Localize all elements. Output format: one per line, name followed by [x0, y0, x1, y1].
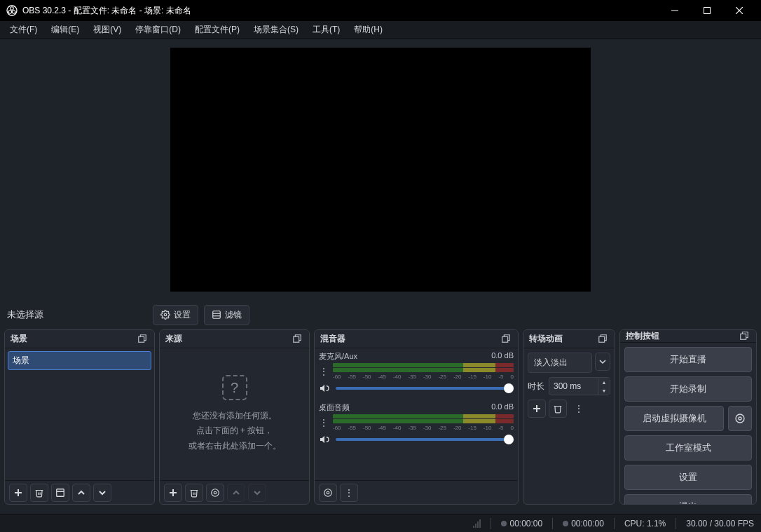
virtual-cam-button[interactable]: 启动虚拟摄像机	[624, 406, 724, 431]
question-icon: ?	[222, 375, 247, 400]
mixer-channel-mic: 麦克风/Aux 0.0 dB ⋮ -60-55-50-45-40-35-30-2…	[315, 348, 518, 400]
mixer-dock: 混音器 麦克风/Aux 0.0 dB ⋮	[314, 329, 519, 505]
desktop-volume-slider[interactable]	[336, 438, 514, 441]
scene-filter-button[interactable]	[51, 484, 69, 502]
source-down-button[interactable]	[248, 484, 266, 502]
sources-title: 来源	[165, 333, 292, 345]
source-up-button[interactable]	[227, 484, 245, 502]
mixer-menu-button[interactable]: ⋮	[340, 484, 358, 502]
spin-down-icon[interactable]: ▼	[598, 386, 610, 395]
mic-menu-icon[interactable]: ⋮	[319, 367, 329, 376]
desktop-menu-icon[interactable]: ⋮	[319, 418, 329, 428]
add-source-button[interactable]	[164, 484, 182, 502]
controls-title: 控制按钮	[626, 330, 739, 342]
duration-spinbox[interactable]: ▲▼	[549, 377, 610, 395]
svg-rect-12	[139, 336, 144, 342]
menu-bar: 文件(F) 编辑(E) 视图(V) 停靠窗口(D) 配置文件(P) 场景集合(S…	[0, 21, 761, 39]
svg-point-23	[327, 491, 329, 494]
mic-label: 麦克风/Aux	[319, 351, 357, 362]
svg-rect-5	[704, 8, 711, 14]
transition-menu-button[interactable]: ⋮	[570, 400, 588, 418]
sources-dock: 来源 ? 您还没有添加任何源。 点击下面的 + 按钮， 或者右击此处添加一个。	[159, 329, 310, 505]
menu-edit[interactable]: 编辑(E)	[44, 22, 86, 38]
studio-mode-button[interactable]: 工作室模式	[624, 435, 752, 461]
menu-scene-collection[interactable]: 场景集合(S)	[247, 22, 306, 38]
source-filters-button[interactable]: 滤镜	[204, 305, 249, 325]
mic-scale: -60-55-50-45-40-35-30-25-20-15-10-50	[333, 374, 514, 380]
popout-icon[interactable]	[598, 334, 609, 345]
menu-help[interactable]: 帮助(H)	[347, 22, 390, 38]
preview-canvas[interactable]	[170, 48, 591, 292]
svg-point-30	[736, 414, 744, 423]
desktop-db: 0.0 dB	[491, 402, 514, 413]
scene-down-button[interactable]	[93, 484, 111, 502]
transitions-title: 转场动画	[529, 333, 598, 345]
scenes-dock: 场景 场景	[4, 329, 155, 505]
exit-button[interactable]: 退出	[624, 494, 752, 505]
network-icon	[473, 519, 481, 528]
menu-dock[interactable]: 停靠窗口(D)	[128, 22, 188, 38]
svg-point-8	[164, 313, 167, 316]
popout-icon[interactable]	[137, 334, 149, 345]
remove-scene-button[interactable]	[30, 484, 48, 502]
mic-db: 0.0 dB	[491, 351, 514, 362]
duration-input[interactable]	[549, 377, 598, 395]
add-scene-button[interactable]	[9, 484, 27, 502]
docks-container: 场景 场景 来源 ? 您还没有添加任何源。 点击下面的 + 按钮， 或者右击此处…	[0, 329, 761, 505]
svg-rect-22	[502, 336, 508, 342]
spin-up-icon[interactable]: ▲	[598, 378, 610, 386]
popout-icon[interactable]	[292, 334, 303, 345]
sources-empty-line3: 或者右击此处添加一个。	[188, 439, 281, 454]
svg-point-20	[214, 491, 217, 494]
desktop-scale: -60-55-50-45-40-35-30-25-20-15-10-50	[333, 425, 514, 431]
filters-icon	[212, 310, 221, 320]
sources-empty-state[interactable]: ? 您还没有添加任何源。 点击下面的 + 按钮， 或者右击此处添加一个。	[160, 348, 309, 480]
live-dot-icon	[501, 521, 507, 526]
start-streaming-button[interactable]: 开始直播	[624, 347, 752, 372]
svg-rect-17	[294, 336, 299, 342]
source-properties-button[interactable]	[206, 484, 224, 502]
source-filters-label: 滤镜	[225, 309, 242, 321]
menu-view[interactable]: 视图(V)	[86, 22, 128, 38]
svg-point-21	[212, 489, 219, 496]
rec-dot-icon	[563, 521, 568, 526]
fps-status: 30.00 / 30.00 FPS	[686, 519, 754, 528]
menu-profile[interactable]: 配置文件(P)	[188, 22, 247, 38]
transitions-dock: 转场动画 淡入淡出 时长 ▲▼ ⋮	[523, 329, 615, 505]
svg-point-2	[8, 11, 11, 13]
scene-item[interactable]: 场景	[8, 351, 151, 370]
add-transition-button[interactable]	[528, 400, 546, 418]
speaker-icon[interactable]	[319, 434, 330, 445]
maximize-button[interactable]	[691, 0, 723, 21]
cpu-status: CPU: 1.1%	[624, 519, 666, 528]
window-title: OBS 30.2.3 - 配置文件: 未命名 - 场景: 未命名	[22, 5, 659, 17]
rec-status: 00:00:00	[563, 519, 604, 528]
mixer-advanced-button[interactable]	[319, 484, 337, 502]
remove-source-button[interactable]	[185, 484, 203, 502]
remove-transition-button[interactable]	[549, 400, 567, 418]
settings-button[interactable]: 设置	[624, 465, 752, 490]
preview-area	[0, 39, 761, 300]
transition-dropdown-button[interactable]	[595, 353, 610, 371]
sources-empty-line1: 您还没有添加任何源。	[193, 409, 277, 424]
no-source-label: 未选择源	[7, 308, 147, 321]
speaker-icon[interactable]	[319, 383, 330, 394]
mic-volume-slider[interactable]	[336, 387, 514, 390]
mixer-title: 混音器	[320, 333, 501, 345]
scene-up-button[interactable]	[72, 484, 90, 502]
popout-icon[interactable]	[501, 334, 512, 345]
transition-select[interactable]: 淡入淡出	[528, 353, 592, 373]
gear-icon	[160, 310, 170, 320]
svg-rect-9	[213, 311, 221, 319]
menu-file[interactable]: 文件(F)	[3, 22, 44, 38]
svg-point-29	[739, 417, 741, 420]
minimize-button[interactable]	[659, 0, 691, 21]
obs-logo-icon	[6, 4, 18, 17]
virtual-cam-config-button[interactable]	[728, 406, 752, 431]
start-recording-button[interactable]: 开始录制	[624, 376, 752, 402]
title-bar: OBS 30.2.3 - 配置文件: 未命名 - 场景: 未命名	[0, 0, 761, 21]
source-settings-button[interactable]: 设置	[153, 305, 198, 325]
close-button[interactable]	[723, 0, 755, 21]
popout-icon[interactable]	[739, 331, 750, 342]
menu-tools[interactable]: 工具(T)	[306, 22, 347, 38]
